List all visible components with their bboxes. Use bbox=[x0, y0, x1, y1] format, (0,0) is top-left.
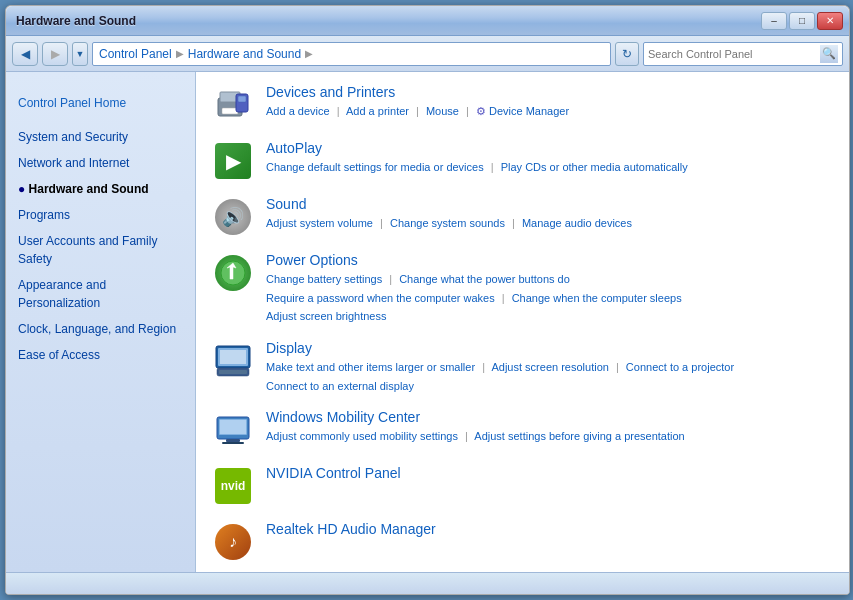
realtek-title[interactable]: Realtek HD Audio Manager bbox=[266, 521, 833, 537]
sidebar-item-control-panel-home[interactable]: Control Panel Home bbox=[6, 90, 195, 116]
display-content: Display Make text and other items larger… bbox=[266, 340, 833, 395]
sidebar-item-user-accounts[interactable]: User Accounts and Family Safety bbox=[6, 228, 195, 272]
adjust-presentation-link[interactable]: Adjust settings before giving a presenta… bbox=[474, 430, 684, 442]
nvidia-title[interactable]: NVIDIA Control Panel bbox=[266, 465, 833, 481]
display-svg bbox=[214, 342, 252, 380]
maximize-button[interactable]: □ bbox=[789, 12, 815, 30]
devices-printers-content: Devices and Printers Add a device | Add … bbox=[266, 84, 833, 121]
close-button[interactable]: ✕ bbox=[817, 12, 843, 30]
sidebar-item-appearance[interactable]: Appearance and Personalization bbox=[6, 272, 195, 316]
sidebar-item-clock-language[interactable]: Clock, Language, and Region bbox=[6, 316, 195, 342]
svg-rect-17 bbox=[222, 442, 244, 444]
device-manager-link[interactable]: Device Manager bbox=[489, 105, 569, 117]
add-printer-link[interactable]: Add a printer bbox=[346, 105, 409, 117]
section-display: Display Make text and other items larger… bbox=[212, 340, 833, 395]
power-icon-shape bbox=[215, 255, 251, 291]
adjust-mobility-link[interactable]: Adjust commonly used mobility settings bbox=[266, 430, 458, 442]
add-device-link[interactable]: Add a device bbox=[266, 105, 330, 117]
power-links: Change battery settings | Change what th… bbox=[266, 270, 833, 326]
play-cds-link[interactable]: Play CDs or other media automatically bbox=[501, 161, 688, 173]
nvidia-content: NVIDIA Control Panel bbox=[266, 465, 833, 481]
main-window: Hardware and Sound – □ ✕ ◀ ▶ ▼ Control P… bbox=[5, 5, 850, 595]
adjust-volume-link[interactable]: Adjust system volume bbox=[266, 217, 373, 229]
breadcrumb-control-panel[interactable]: Control Panel bbox=[99, 47, 172, 61]
search-button[interactable]: 🔍 bbox=[820, 45, 838, 63]
connect-projector-link[interactable]: Connect to a projector bbox=[626, 361, 734, 373]
search-input[interactable] bbox=[648, 48, 816, 60]
breadcrumb-bar: Control Panel ▶ Hardware and Sound ▶ bbox=[92, 42, 611, 66]
autoplay-icon-shape: ▶ bbox=[215, 143, 251, 179]
breadcrumb-arrow-2: ▶ bbox=[305, 48, 313, 59]
back-button[interactable]: ◀ bbox=[12, 42, 38, 66]
mobility-title[interactable]: Windows Mobility Center bbox=[266, 409, 833, 425]
change-defaults-link[interactable]: Change default settings for media or dev… bbox=[266, 161, 484, 173]
sidebar-item-hardware-and-sound[interactable]: Hardware and Sound bbox=[6, 176, 195, 202]
display-title[interactable]: Display bbox=[266, 340, 833, 356]
section-autoplay: ▶ AutoPlay Change default settings for m… bbox=[212, 140, 833, 182]
adjust-brightness-link[interactable]: Adjust screen brightness bbox=[266, 310, 386, 322]
device-manager-icon-inline: ⚙ bbox=[476, 105, 486, 117]
section-power-options: Power Options Change battery settings | … bbox=[212, 252, 833, 326]
svg-rect-4 bbox=[238, 96, 246, 102]
autoplay-title[interactable]: AutoPlay bbox=[266, 140, 833, 156]
title-bar: Hardware and Sound – □ ✕ bbox=[6, 6, 849, 36]
autoplay-content: AutoPlay Change default settings for med… bbox=[266, 140, 833, 177]
forward-button[interactable]: ▶ bbox=[42, 42, 68, 66]
manage-audio-link[interactable]: Manage audio devices bbox=[522, 217, 632, 229]
section-devices-printers: Devices and Printers Add a device | Add … bbox=[212, 84, 833, 126]
autoplay-icon: ▶ bbox=[212, 140, 254, 182]
breadcrumb-arrow-1: ▶ bbox=[176, 48, 184, 59]
search-box: 🔍 bbox=[643, 42, 843, 66]
mouse-link[interactable]: Mouse bbox=[426, 105, 459, 117]
refresh-button[interactable]: ↻ bbox=[615, 42, 639, 66]
section-mobility-center: Windows Mobility Center Adjust commonly … bbox=[212, 409, 833, 451]
nvidia-icon-shape: nvid bbox=[215, 468, 251, 504]
change-sounds-link[interactable]: Change system sounds bbox=[390, 217, 505, 229]
change-battery-link[interactable]: Change battery settings bbox=[266, 273, 382, 285]
section-nvidia: nvid NVIDIA Control Panel bbox=[212, 465, 833, 507]
section-sound: 🔊 Sound Adjust system volume | Change sy… bbox=[212, 196, 833, 238]
minimize-button[interactable]: – bbox=[761, 12, 787, 30]
make-text-larger-link[interactable]: Make text and other items larger or smal… bbox=[266, 361, 475, 373]
breadcrumb-hardware-sound[interactable]: Hardware and Sound bbox=[188, 47, 301, 61]
svg-rect-15 bbox=[220, 420, 246, 434]
autoplay-links: Change default settings for media or dev… bbox=[266, 158, 833, 177]
adjust-resolution-link[interactable]: Adjust screen resolution bbox=[491, 361, 608, 373]
mobility-svg bbox=[214, 411, 252, 449]
nvidia-icon: nvid bbox=[212, 465, 254, 507]
sidebar-item-system-and-security[interactable]: System and Security bbox=[6, 124, 195, 150]
power-content: Power Options Change battery settings | … bbox=[266, 252, 833, 326]
svg-rect-12 bbox=[219, 370, 247, 374]
sound-content: Sound Adjust system volume | Change syst… bbox=[266, 196, 833, 233]
content-area: Devices and Printers Add a device | Add … bbox=[196, 72, 849, 572]
display-links: Make text and other items larger or smal… bbox=[266, 358, 833, 395]
sound-icon-shape: 🔊 bbox=[215, 199, 251, 235]
require-password-link[interactable]: Require a password when the computer wak… bbox=[266, 292, 495, 304]
power-svg bbox=[218, 258, 248, 288]
sidebar-item-ease-of-access[interactable]: Ease of Access bbox=[6, 342, 195, 368]
address-bar: ◀ ▶ ▼ Control Panel ▶ Hardware and Sound… bbox=[6, 36, 849, 72]
nav-dropdown-button[interactable]: ▼ bbox=[72, 42, 88, 66]
realtek-icon-shape: ♪ bbox=[215, 524, 251, 560]
change-when-sleeps-link[interactable]: Change when the computer sleeps bbox=[512, 292, 682, 304]
title-bar-controls: – □ ✕ bbox=[761, 12, 843, 30]
mobility-icon bbox=[212, 409, 254, 451]
window-title: Hardware and Sound bbox=[16, 14, 136, 28]
sound-title[interactable]: Sound bbox=[266, 196, 833, 212]
status-bar bbox=[6, 572, 849, 594]
mobility-links: Adjust commonly used mobility settings |… bbox=[266, 427, 833, 446]
realtek-content: Realtek HD Audio Manager bbox=[266, 521, 833, 537]
sound-icon: 🔊 bbox=[212, 196, 254, 238]
connect-external-link[interactable]: Connect to an external display bbox=[266, 380, 414, 392]
display-icon bbox=[212, 340, 254, 382]
power-title[interactable]: Power Options bbox=[266, 252, 833, 268]
devices-printers-links: Add a device | Add a printer | Mouse | ⚙… bbox=[266, 102, 833, 121]
power-icon bbox=[212, 252, 254, 294]
sound-links: Adjust system volume | Change system sou… bbox=[266, 214, 833, 233]
sidebar-item-programs[interactable]: Programs bbox=[6, 202, 195, 228]
sidebar: Control Panel Home System and Security N… bbox=[6, 72, 196, 572]
change-power-buttons-link[interactable]: Change what the power buttons do bbox=[399, 273, 570, 285]
devices-printers-title[interactable]: Devices and Printers bbox=[266, 84, 833, 100]
sidebar-item-network-and-internet[interactable]: Network and Internet bbox=[6, 150, 195, 176]
devices-printers-icon bbox=[212, 84, 254, 126]
